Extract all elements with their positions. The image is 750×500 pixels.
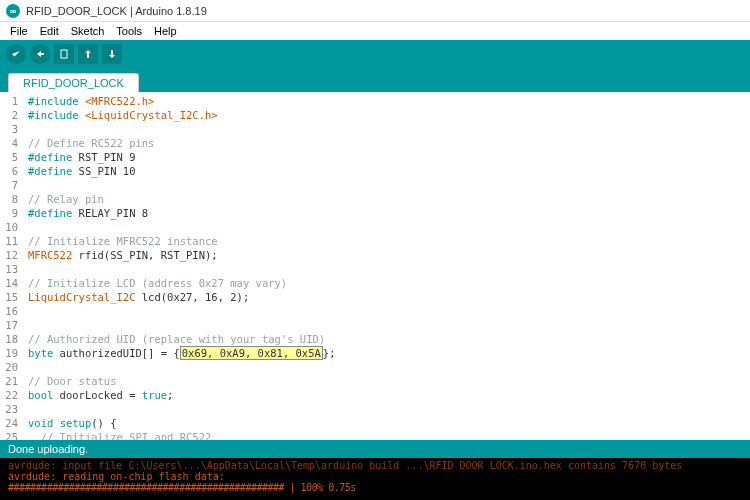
arduino-icon: ∞ [6,4,20,18]
console-line: avrdude: reading on-chip flash data: [8,471,742,482]
menu-file[interactable]: File [4,25,34,37]
menubar: File Edit Sketch Tools Help [0,22,750,40]
console[interactable]: avrdude: input file C:\Users\...\AppData… [0,458,750,500]
status-message: Done uploading. [8,443,88,455]
menu-tools[interactable]: Tools [110,25,148,37]
open-button[interactable] [78,44,98,64]
verify-button[interactable] [6,44,26,64]
titlebar: ∞ RFID_DOOR_LOCK | Arduino 1.8.19 [0,0,750,22]
menu-sketch[interactable]: Sketch [65,25,111,37]
code-editor[interactable]: 1234567891011121314151617181920212223242… [0,92,750,440]
console-line: avrdude: input file C:\Users\...\AppData… [8,460,742,471]
menu-edit[interactable]: Edit [34,25,65,37]
tabbar: RFID_DOOR_LOCK [0,68,750,92]
tab-sketch[interactable]: RFID_DOOR_LOCK [8,73,139,92]
new-button[interactable] [54,44,74,64]
menu-help[interactable]: Help [148,25,183,37]
window-title: RFID_DOOR_LOCK | Arduino 1.8.19 [26,5,207,17]
line-numbers: 1234567891011121314151617181920212223242… [0,92,22,440]
save-button[interactable] [102,44,122,64]
toolbar [0,40,750,68]
status-bar: Done uploading. [0,440,750,458]
code-area[interactable]: #include <MFRC522.h>#include <LiquidCrys… [22,92,750,440]
console-line: ########################################… [8,482,742,493]
svg-rect-0 [61,50,67,58]
upload-button[interactable] [30,44,50,64]
